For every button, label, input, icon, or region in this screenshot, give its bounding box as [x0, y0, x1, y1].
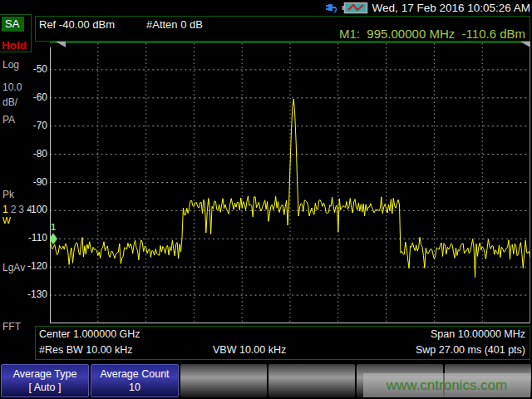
scale-value-label: 10.0 [2, 81, 22, 93]
y-axis-tick-label: -70 [20, 120, 47, 131]
y-axis-tick-label: -50 [20, 63, 47, 75]
spectrum-trace-canvas: 1 [50, 42, 530, 323]
span-label: Span 10.00000 MHz [431, 328, 525, 340]
y-axis-tick-label: -100 [20, 204, 47, 215]
marker-1-number: 1 [51, 222, 56, 232]
marker-1-diamond[interactable] [50, 233, 57, 244]
top-annotation-box: Ref -40.00 dBm #Atten 0 dB M1: 995.00000… [35, 16, 530, 42]
scale-unit-label: dB/ [2, 96, 17, 108]
softkey-label: Average Count [100, 367, 169, 381]
watermark-text: www.cntronics.com [387, 377, 507, 394]
marker-readout: M1: 995.00000 MHz -110.6 dBm [339, 27, 525, 41]
fft-mode-label: FFT [2, 321, 21, 332]
watermark: www.cntronics.com [363, 373, 530, 397]
preamp-label: PA [2, 114, 15, 126]
battery-charging-icon [342, 2, 368, 14]
softkey-value: 10 [129, 381, 140, 394]
detector-label: Pk [2, 189, 14, 200]
softkey-average-count[interactable]: Average Count 10 [91, 364, 179, 397]
datetime: Wed, 17 Feb 2016 10:05:26 AM [372, 2, 530, 14]
active-trace-number: 1 [2, 204, 11, 215]
bottom-annotation-box: Center 1.000000 GHz Span 10.00000 MHz #R… [35, 326, 530, 360]
attenuation-label: #Atten 0 dB [146, 18, 203, 31]
ac-plug-icon [325, 2, 337, 13]
video-bw-label: VBW 10.00 kHz [213, 344, 286, 356]
softkey-blank-4[interactable] [268, 364, 355, 397]
sweep-time-label: Swp 27.00 ms (401 pts) [416, 344, 525, 356]
y-axis-tick-label: -90 [20, 176, 47, 188]
res-bw-label: #Res BW 10.00 kHz [39, 344, 133, 356]
spectrum-plot-area[interactable]: 1 [50, 42, 530, 323]
ref-level-label: Ref -40.00 dBm [39, 18, 115, 31]
y-axis-tick-label: -60 [20, 91, 47, 103]
center-frequency-label: Center 1.000000 GHz [39, 328, 140, 340]
softkey-average-type[interactable]: Average Type [ Auto ] [1, 364, 89, 397]
softkey-value: [ Auto ] [29, 381, 62, 394]
scale-type-label: Log [2, 59, 19, 71]
y-axis-tick-label: -110 [20, 232, 47, 244]
status-bar: Wed, 17 Feb 2016 10:05:26 AM [0, 0, 532, 15]
y-axis-tick-label: -120 [20, 260, 47, 272]
softkey-blank-3[interactable] [180, 364, 267, 397]
y-axis-tick-label: -80 [20, 148, 47, 160]
y-axis-tick-label: -130 [20, 288, 47, 300]
softkey-label: Average Type [13, 367, 77, 381]
trace-state-letter: W [2, 215, 11, 225]
